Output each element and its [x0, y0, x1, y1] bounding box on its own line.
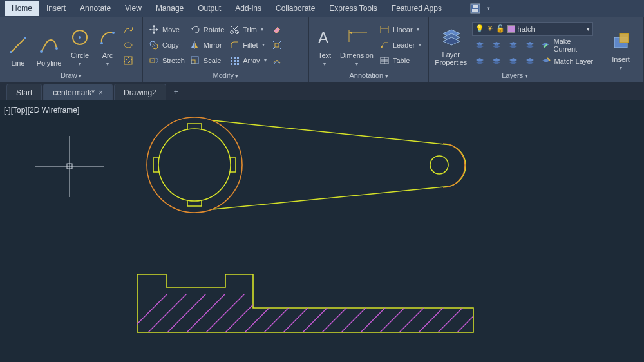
tab-manage[interactable]: Manage: [149, 1, 190, 16]
layer-dropdown[interactable]: 💡 ☀ 🔓 hatch ▾: [472, 22, 593, 36]
tab-featured-apps[interactable]: Featured Apps: [385, 1, 448, 16]
tab-annotate[interactable]: Annotate: [73, 1, 117, 16]
explode-icon: [271, 39, 283, 51]
stretch-button[interactable]: Stretch: [147, 53, 188, 68]
svg-point-11: [112, 32, 115, 34]
line-button[interactable]: Line: [4, 22, 32, 68]
layer-uniso-button[interactable]: [489, 54, 504, 68]
svg-point-6: [40, 50, 43, 53]
drawing-area[interactable]: [-][Top][2D Wireframe]: [0, 100, 644, 362]
svg-line-70: [367, 281, 431, 345]
tab-home[interactable]: Home: [5, 1, 39, 16]
scale-button[interactable]: Scale: [188, 53, 227, 68]
layer-iso-button[interactable]: [489, 38, 504, 52]
layers-stack-icon: [524, 55, 536, 67]
layer-on-button[interactable]: [472, 54, 488, 68]
erase-button[interactable]: [270, 23, 286, 37]
polyline-button[interactable]: Polyline: [35, 22, 63, 68]
dimension-button[interactable]: Dimension ▾: [339, 22, 375, 68]
dimension-icon: [346, 25, 367, 50]
circle-icon: [70, 25, 90, 50]
svg-point-12: [124, 43, 132, 48]
layer-color-swatch: [507, 25, 515, 33]
svg-text:A: A: [318, 29, 328, 46]
tab-view[interactable]: View: [118, 1, 148, 16]
text-button[interactable]: A Text ▾: [313, 22, 336, 68]
move-button[interactable]: Move: [147, 23, 188, 37]
svg-rect-27: [231, 60, 232, 62]
layer-thaw-button[interactable]: [506, 54, 521, 68]
make-current-button[interactable]: Make Current: [539, 38, 597, 52]
svg-line-66: [290, 281, 354, 345]
tab-insert[interactable]: Insert: [40, 1, 72, 16]
save-icon[interactable]: [469, 2, 482, 15]
chevron-down-icon: ▾: [355, 61, 358, 67]
layer-freeze-button[interactable]: [506, 38, 521, 52]
layer-properties-icon: [440, 24, 461, 49]
trim-button[interactable]: Trim: [227, 23, 269, 37]
tab-collaborate[interactable]: Collaborate: [269, 1, 321, 16]
svg-rect-31: [234, 63, 236, 65]
offset-button[interactable]: [270, 53, 286, 68]
layer-off-button[interactable]: [472, 38, 488, 52]
close-icon[interactable]: ×: [99, 88, 103, 97]
layer-lock-button[interactable]: [522, 38, 538, 52]
svg-line-34: [273, 41, 275, 43]
file-tab-drawing2[interactable]: Drawing2: [114, 84, 166, 100]
table-button[interactable]: Table: [377, 53, 424, 68]
svg-point-55: [158, 129, 231, 201]
tab-express-tools[interactable]: Express Tools: [323, 1, 383, 16]
new-file-tab-button[interactable]: +: [167, 84, 185, 100]
chevron-down-icon: ▾: [106, 61, 109, 67]
layer-properties-button[interactable]: Layer Properties: [433, 22, 469, 68]
erase-icon: [271, 24, 283, 35]
trim-icon: [229, 24, 240, 35]
svg-rect-29: [237, 60, 239, 62]
linear-button[interactable]: Linear: [377, 23, 424, 37]
svg-line-65: [270, 281, 335, 345]
copy-button[interactable]: Copy: [147, 38, 188, 52]
hatch-button[interactable]: [121, 53, 137, 68]
layers-stack-icon: [524, 39, 536, 51]
draw-panel-title[interactable]: Draw: [61, 71, 82, 79]
file-tab-centermark[interactable]: centermark*×: [43, 84, 113, 100]
svg-rect-28: [234, 60, 236, 62]
chevron-down-icon: ▾: [323, 61, 326, 67]
leader-button[interactable]: Leader: [377, 38, 424, 52]
file-tab-start[interactable]: Start: [6, 84, 42, 100]
layers-check-icon: [540, 39, 551, 51]
chevron-down-icon: ▾: [620, 65, 622, 71]
circle-button[interactable]: Circle ▾: [66, 22, 94, 68]
fillet-button[interactable]: Fillet: [227, 38, 269, 52]
svg-line-15: [127, 59, 132, 64]
ellipse-button[interactable]: [121, 38, 137, 52]
layer-unlock-button[interactable]: [522, 54, 538, 68]
sun-icon: ☀: [487, 24, 493, 33]
match-layer-button[interactable]: Match Layer: [539, 54, 597, 68]
svg-point-7: [55, 47, 58, 50]
tab-addins[interactable]: Add-ins: [229, 1, 268, 16]
mirror-button[interactable]: Mirror: [188, 38, 227, 52]
rotate-button[interactable]: Rotate: [188, 23, 227, 37]
layers-panel-title[interactable]: Layers: [502, 71, 528, 79]
insert-block-button[interactable]: Insert ▾: [605, 26, 636, 72]
annotation-panel-title[interactable]: Annotation: [349, 71, 388, 79]
svg-line-74: [444, 281, 509, 345]
layers-brush-icon: [540, 55, 552, 67]
text-icon: A: [314, 25, 335, 50]
svg-rect-26: [237, 57, 239, 59]
svg-line-62: [213, 281, 277, 345]
spline-button[interactable]: [121, 23, 137, 37]
explode-button[interactable]: [270, 38, 286, 52]
modify-panel-title[interactable]: Modify: [213, 71, 239, 79]
ribbon-tab-strip: Home Insert Annotate View Manage Output …: [0, 0, 644, 17]
chevron-down-icon: ▾: [79, 61, 81, 67]
svg-rect-24: [231, 57, 232, 59]
arc-button[interactable]: Arc ▾: [97, 22, 118, 68]
svg-point-56: [430, 156, 448, 174]
dropdown-arrow-icon[interactable]: ▾: [487, 5, 490, 12]
scale-icon: [189, 55, 201, 66]
tab-output[interactable]: Output: [191, 1, 227, 16]
array-button[interactable]: Array: [227, 53, 269, 68]
layers-stack-icon: [491, 39, 502, 51]
